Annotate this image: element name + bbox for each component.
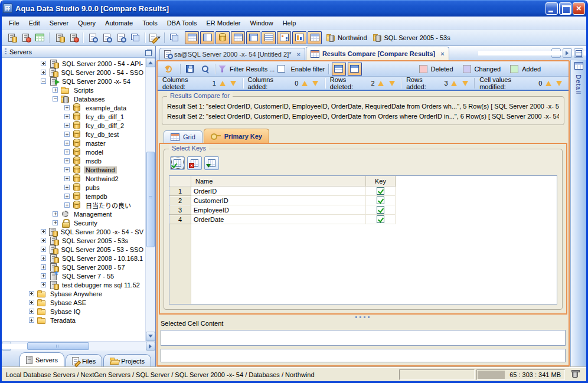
menu-item[interactable]: Help: [278, 18, 301, 28]
tree-item[interactable]: SQL Server 2008 - 10.168.1: [2, 254, 145, 263]
float-panel-icon[interactable]: [147, 50, 152, 54]
key-name-cell[interactable]: CustomerID: [191, 196, 366, 205]
tree-expand-toggle[interactable]: [41, 264, 46, 270]
counter-previous-button[interactable]: [218, 78, 227, 89]
tree-expand-toggle[interactable]: [53, 220, 58, 225]
tree-item[interactable]: SQL Server 2000 -x- 54 - SV: [2, 227, 145, 236]
key-name-cell[interactable]: OrderID: [191, 186, 366, 196]
close-tab-icon[interactable]: ×: [296, 51, 300, 58]
tree-expand-toggle[interactable]: [64, 167, 70, 172]
menu-item[interactable]: ER Modeler: [201, 18, 245, 28]
tab-projects[interactable]: Projects: [103, 354, 151, 367]
tree-expand-toggle[interactable]: [29, 317, 34, 323]
layout-split-vertical-toggle[interactable]: [348, 63, 362, 76]
tree-item[interactable]: master: [2, 139, 145, 148]
results-form-toggle[interactable]: [200, 31, 214, 44]
scroll-down-icon[interactable]: [146, 332, 155, 341]
results-table-toggle[interactable]: [308, 31, 322, 44]
key-checkbox[interactable]: [377, 197, 384, 204]
selected-cell-secondary-box[interactable]: [161, 349, 566, 362]
tab-grid[interactable]: Grid: [164, 130, 202, 143]
splitter-handle[interactable]: [158, 315, 569, 320]
counter-next-button[interactable]: [387, 78, 396, 89]
counter-previous-button[interactable]: [300, 78, 309, 89]
tree-expand-toggle[interactable]: [41, 61, 46, 66]
tree-expand-toggle[interactable]: [64, 114, 70, 119]
tree-expand-toggle[interactable]: [53, 87, 58, 93]
tree-item[interactable]: Northwind: [2, 165, 145, 174]
tree-expand-toggle[interactable]: [64, 149, 70, 155]
tree-expand-toggle[interactable]: [64, 123, 70, 128]
close-tab-icon[interactable]: ×: [440, 50, 444, 57]
tree-expand-toggle[interactable]: [64, 132, 70, 137]
tree-expand-toggle[interactable]: [64, 140, 70, 146]
maximize-button[interactable]: [559, 2, 571, 15]
menu-item[interactable]: Window: [246, 18, 278, 28]
selected-cell-content-box[interactable]: [161, 330, 566, 346]
tree-expand-toggle[interactable]: [41, 70, 46, 75]
garbage-collect-button[interactable]: [567, 369, 583, 380]
key-row[interactable]: 1 OrderID: [169, 186, 396, 196]
tree-item[interactable]: fcy_db_test: [2, 130, 145, 139]
tree-item[interactable]: msdb: [2, 156, 145, 165]
results-grid-toggle[interactable]: [185, 31, 199, 44]
tree-expand-toggle[interactable]: [64, 105, 70, 110]
tree-item[interactable]: tempdb: [2, 192, 145, 201]
scrollbar-thumb[interactable]: [146, 152, 155, 247]
key-row[interactable]: 2 CustomerID: [169, 196, 396, 205]
scrollbar-thumb[interactable]: [27, 342, 89, 350]
scroll-left-icon[interactable]: [2, 342, 11, 351]
results-chart-toggle[interactable]: [292, 31, 306, 44]
tree-item[interactable]: pubs: [2, 183, 145, 192]
counter-previous-button[interactable]: [450, 78, 459, 89]
tree-item[interactable]: SQL Server 2008 - 57: [2, 263, 145, 271]
tree-item[interactable]: fcy_db_diff_2: [2, 121, 145, 130]
filter-results-button[interactable]: Filter Results ...: [218, 66, 275, 73]
scroll-tabs-left-button[interactable]: [551, 48, 561, 58]
tree-expand-toggle[interactable]: [29, 291, 34, 296]
tree-expand-toggle[interactable]: [64, 158, 70, 163]
menu-item[interactable]: Automate: [100, 18, 138, 28]
key-row[interactable]: 3 EmployeeID: [169, 205, 396, 215]
database-context-button[interactable]: Northwind: [326, 34, 367, 41]
key-name-cell[interactable]: EmployeeID: [191, 205, 366, 215]
register-server-icon[interactable]: [4, 31, 18, 44]
tree-item[interactable]: model: [2, 148, 145, 156]
tree-item[interactable]: Management: [2, 209, 145, 218]
table-data-icon[interactable]: [32, 31, 47, 44]
disconnect-server-icon[interactable]: [66, 31, 80, 44]
tree-item[interactable]: Teradata: [2, 316, 145, 325]
query-analyzer-icon[interactable]: [86, 31, 100, 44]
tree-expand-toggle[interactable]: [41, 273, 46, 279]
compare-window-icon[interactable]: [167, 31, 181, 44]
tree-expand-toggle[interactable]: [64, 194, 70, 199]
minimize-button[interactable]: [545, 2, 558, 15]
tree-item[interactable]: example_data: [2, 103, 145, 112]
tree-item[interactable]: test debugger ms sql 11.52: [2, 280, 145, 289]
key-checkbox[interactable]: [377, 206, 384, 214]
key-row[interactable]: 4 OrderDate: [169, 215, 396, 224]
tab-query-window[interactable]: sa@SQL Server 2000 -x- 54 [Untitled 2]* …: [159, 48, 305, 60]
restore-default-keys-button[interactable]: [204, 156, 219, 170]
tree-expand-toggle[interactable]: [29, 300, 34, 305]
tree-expand-toggle[interactable]: [41, 229, 46, 234]
tab-list-button[interactable]: [574, 48, 583, 58]
results-transform-toggle[interactable]: [246, 31, 260, 44]
key-checkbox[interactable]: [377, 187, 384, 195]
tree-expand-toggle[interactable]: [41, 256, 46, 261]
layout-split-horizontal-toggle[interactable]: [332, 63, 346, 76]
detail-strip[interactable]: Detail: [570, 60, 586, 367]
results-object-toggle[interactable]: [215, 31, 230, 44]
tab-primary-key[interactable]: Primary Key: [204, 129, 269, 143]
tab-results-compare[interactable]: Results Compare [Compare Results] ×: [306, 47, 449, 60]
scroll-tabs-right-button[interactable]: [563, 48, 572, 58]
menu-item[interactable]: DBA Tools: [162, 18, 202, 28]
tree-expand-toggle[interactable]: [41, 247, 46, 252]
tree-expand-toggle[interactable]: [53, 211, 58, 217]
tree-expand-toggle[interactable]: [29, 309, 34, 314]
tree-item[interactable]: Scripts: [2, 86, 145, 94]
counter-next-button[interactable]: [311, 78, 320, 89]
tree-item[interactable]: SQL Server 2000 -x- 54: [2, 77, 145, 86]
tree-expand-toggle[interactable]: [41, 78, 46, 84]
cascade-windows-icon[interactable]: [128, 31, 142, 44]
